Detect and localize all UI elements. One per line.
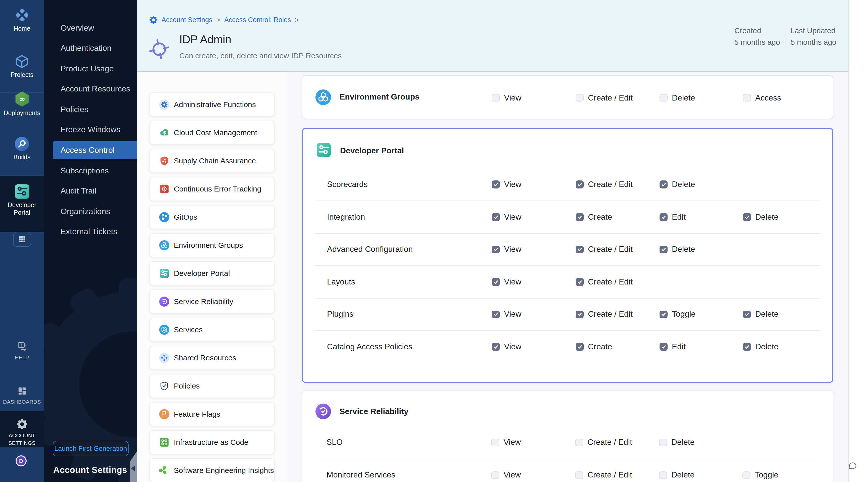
checkbox-checked[interactable] xyxy=(743,213,751,221)
panel-dev-portal: Developer PortalScorecardsViewCreate / E… xyxy=(302,127,833,383)
check-icon xyxy=(661,312,666,317)
module-card-error-tracking[interactable]: Continuous Error Tracking xyxy=(149,177,275,201)
checkbox-checked[interactable] xyxy=(576,180,583,188)
checkbox-checked[interactable] xyxy=(492,213,500,221)
error-tracking-icon xyxy=(159,184,169,194)
sidebar-item-overview[interactable]: Overview xyxy=(44,18,137,38)
checkbox-unchecked[interactable] xyxy=(659,94,667,102)
sidebar-item-external-tickets[interactable]: External Tickets xyxy=(44,222,137,242)
sidebar-item-subscriptions[interactable]: Subscriptions xyxy=(44,160,137,181)
resource-row-label: Layouts xyxy=(327,277,355,287)
checkbox-unchecked[interactable] xyxy=(742,471,750,479)
module-card-iac[interactable]: Infrastructure as Code xyxy=(149,430,275,454)
sidebar-item-access-control[interactable]: Access Control xyxy=(53,140,137,160)
permission-delete: Delete xyxy=(743,213,779,222)
checkbox-checked[interactable] xyxy=(659,310,667,318)
sidebar-item-account-resources[interactable]: Account Resources xyxy=(44,79,137,99)
checkbox-checked[interactable] xyxy=(492,180,500,188)
checkbox-unchecked[interactable] xyxy=(575,439,583,446)
module-picker-button[interactable] xyxy=(13,232,31,247)
avatar[interactable]: D xyxy=(16,455,27,466)
permission-label: View xyxy=(504,277,521,287)
checkbox-checked[interactable] xyxy=(659,343,667,351)
checkbox-unchecked[interactable] xyxy=(491,439,499,446)
module-card-admin-functions[interactable]: Administrative Functions xyxy=(149,92,275,116)
checkbox-unchecked[interactable] xyxy=(575,471,583,479)
checkbox-unchecked[interactable] xyxy=(492,94,500,102)
chat-help-icon[interactable] xyxy=(848,461,858,471)
check-icon xyxy=(661,182,666,187)
module-card-label: Environment Groups xyxy=(174,241,243,249)
checkbox-checked[interactable] xyxy=(576,343,583,351)
module-card-services[interactable]: Services xyxy=(149,318,275,341)
rail-item-dashboards[interactable]: DASHBOARDS xyxy=(0,386,44,405)
module-card-env-groups[interactable]: Environment Groups xyxy=(149,233,275,257)
module-card-shared-resources[interactable]: Shared Resources xyxy=(149,345,275,370)
permission-view: View xyxy=(492,180,521,189)
sidebar-item-organizations[interactable]: Organizations xyxy=(44,202,137,222)
module-card-cloud-cost[interactable]: Cloud Cost Management xyxy=(149,120,275,145)
rail-item-builds[interactable]: Builds xyxy=(0,136,44,161)
sidebar-item-authentication[interactable]: Authentication xyxy=(44,38,137,59)
checkbox-unchecked[interactable] xyxy=(659,471,667,479)
resource-row-label: SLO xyxy=(327,438,343,447)
sidebar-item-policies[interactable]: Policies xyxy=(44,99,137,120)
checkbox-checked[interactable] xyxy=(576,245,583,253)
module-card-dev-portal[interactable]: Developer Portal xyxy=(149,261,275,285)
rail-item-developer-portal[interactable]: Developer Portal xyxy=(0,183,44,216)
cloud-cost-icon xyxy=(159,127,169,138)
builds-icon xyxy=(14,136,30,152)
service-reliability-icon xyxy=(159,296,169,306)
module-card-policies[interactable]: Policies xyxy=(149,374,275,398)
checkbox-checked[interactable] xyxy=(659,180,667,188)
created-label: Created xyxy=(734,27,780,35)
dev-portal-icon xyxy=(159,268,169,278)
rail-item-home[interactable]: Home xyxy=(0,7,44,33)
rail-item-deployments[interactable]: Deployments xyxy=(0,90,44,117)
checkbox-unchecked[interactable] xyxy=(659,439,667,446)
module-card-label: GitOps xyxy=(174,213,197,221)
checkbox-checked[interactable] xyxy=(743,343,751,351)
launch-first-generation-button[interactable]: Launch First Generation xyxy=(53,441,129,456)
services-icon xyxy=(159,325,169,334)
permission-label: View xyxy=(504,180,521,189)
breadcrumb-access-control-roles[interactable]: Access Control: Roles xyxy=(224,16,291,24)
checkbox-checked[interactable] xyxy=(492,310,500,318)
sidebar-item-product-usage[interactable]: Product Usage xyxy=(44,59,137,79)
created-value: 5 months ago xyxy=(734,38,780,46)
module-card-label: Continuous Error Tracking xyxy=(174,184,261,193)
panel-service-reliability: Service ReliabilitySLOViewCreate / EditD… xyxy=(302,390,833,482)
permission-label: Create / Edit xyxy=(588,277,633,287)
module-card-sei[interactable]: Software Engineering Insights xyxy=(149,458,275,482)
module-card-supply-chain[interactable]: Supply Chain Assurance xyxy=(149,149,275,173)
checkbox-checked[interactable] xyxy=(492,245,500,253)
breadcrumb-account-settings[interactable]: Account Settings xyxy=(161,16,213,24)
sidebar-item-audit-trail[interactable]: Audit Trail xyxy=(44,181,137,202)
rail-item-help[interactable]: HELP xyxy=(0,341,44,361)
checkbox-checked[interactable] xyxy=(743,310,751,318)
permission-access: Access xyxy=(743,93,781,102)
permission-create: Create xyxy=(576,342,612,351)
checkbox-unchecked[interactable] xyxy=(491,471,499,479)
checkbox-checked[interactable] xyxy=(576,278,583,286)
rail-item-projects[interactable]: Projects xyxy=(0,54,44,79)
developer-portal-icon xyxy=(14,183,30,199)
checkbox-checked[interactable] xyxy=(492,278,500,286)
checkbox-checked[interactable] xyxy=(576,310,583,318)
module-card-service-reliability[interactable]: Service Reliability xyxy=(149,289,275,313)
collapse-arrow-icon xyxy=(131,465,135,472)
module-card-feature-flags[interactable]: Feature Flags xyxy=(149,402,275,426)
checkbox-unchecked[interactable] xyxy=(576,94,583,102)
permission-label: Create / Edit xyxy=(587,438,632,447)
check-icon xyxy=(493,312,498,317)
checkbox-checked[interactable] xyxy=(659,213,667,221)
checkbox-checked[interactable] xyxy=(492,343,500,351)
check-icon xyxy=(577,312,582,317)
module-card-gitops[interactable]: GitOps xyxy=(149,205,275,229)
permission-toggle: Toggle xyxy=(742,471,778,480)
checkbox-checked[interactable] xyxy=(576,213,583,221)
rail-item-account-settings[interactable]: ACCOUNTSETTINGS xyxy=(0,419,44,447)
sidebar-item-freeze-windows[interactable]: Freeze Windows xyxy=(44,120,137,140)
checkbox-checked[interactable] xyxy=(659,245,667,253)
checkbox-unchecked[interactable] xyxy=(743,94,751,102)
